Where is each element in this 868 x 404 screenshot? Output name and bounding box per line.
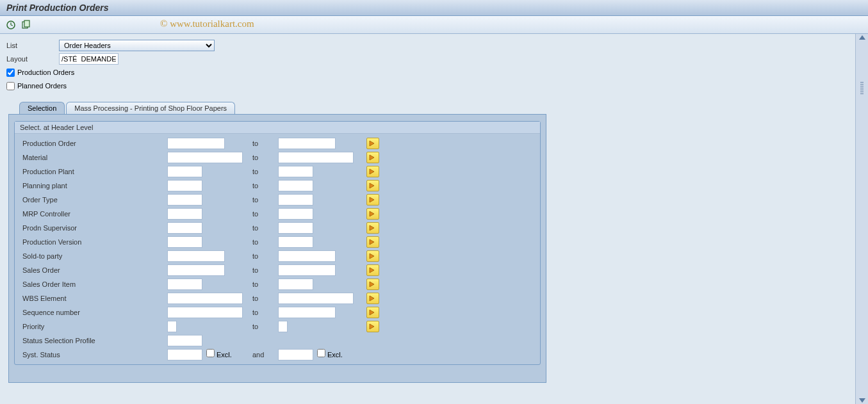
multiple-selection-button[interactable] <box>366 264 379 276</box>
svg-line-2 <box>11 25 13 26</box>
list-label: List <box>6 42 59 49</box>
svg-marker-6 <box>370 155 374 160</box>
to-input[interactable] <box>278 166 313 177</box>
svg-marker-13 <box>370 254 374 259</box>
execute-icon[interactable] <box>5 19 17 31</box>
from-input[interactable] <box>167 222 202 234</box>
from-input[interactable] <box>167 180 202 191</box>
scrollbar[interactable] <box>855 34 868 404</box>
toolbar: © www.tutorialkart.com <box>0 16 868 34</box>
sel-row: Production Orderto <box>20 136 535 150</box>
from-input[interactable] <box>167 293 243 304</box>
to-label: to <box>252 168 278 175</box>
watermark: © www.tutorialkart.com <box>160 19 254 29</box>
from-input[interactable] <box>167 152 243 163</box>
to-input[interactable] <box>278 264 336 276</box>
multiple-selection-button[interactable] <box>366 236 379 248</box>
to-input[interactable] <box>278 138 336 149</box>
svg-marker-8 <box>370 183 374 188</box>
tab-mass-processing[interactable]: Mass Processing - Printing of Shop Floor… <box>66 102 235 114</box>
multiple-selection-button[interactable] <box>366 222 379 234</box>
tab-selection[interactable]: Selection <box>19 102 65 114</box>
to-label: to <box>252 238 278 246</box>
to-input[interactable] <box>278 236 313 248</box>
svg-marker-14 <box>370 268 374 273</box>
to-input[interactable] <box>278 194 313 206</box>
svg-marker-16 <box>370 296 374 301</box>
to-label: to <box>252 140 278 147</box>
to-input[interactable] <box>278 152 354 163</box>
to-input[interactable] <box>278 208 313 220</box>
production-orders-checkbox[interactable] <box>6 69 15 77</box>
from-input[interactable] <box>167 321 177 332</box>
from-input[interactable] <box>167 166 202 177</box>
page-title: Print Production Orders <box>6 3 108 13</box>
from-input[interactable] <box>167 307 243 318</box>
excl-checkbox[interactable] <box>206 349 215 357</box>
tabstrip: Selection Mass Processing - Printing of … <box>6 102 868 114</box>
multiple-selection-button[interactable] <box>366 180 379 191</box>
multiple-selection-button[interactable] <box>366 293 379 304</box>
from-input[interactable] <box>167 236 202 248</box>
sel-row: MRP Controllerto <box>20 207 535 221</box>
multiple-selection-button[interactable] <box>366 321 379 332</box>
multiple-selection-button[interactable] <box>366 279 379 290</box>
multiple-selection-button[interactable] <box>366 208 379 220</box>
to-input[interactable] <box>278 222 313 234</box>
excl-checkbox[interactable] <box>317 349 325 357</box>
multiple-selection-button[interactable] <box>366 166 379 177</box>
sel-row: Sold-to partyto <box>20 249 535 263</box>
sel-row: Order Typeto <box>20 193 535 207</box>
field-label: Production Order <box>20 140 167 147</box>
to-label: to <box>252 295 278 302</box>
multiple-selection-button[interactable] <box>366 152 379 163</box>
field-label: Prodn Supervisor <box>20 224 167 232</box>
from-input[interactable] <box>167 194 202 206</box>
to-input[interactable] <box>278 349 313 360</box>
scroll-grip[interactable] <box>860 69 864 107</box>
list-select[interactable]: Order Headers <box>59 40 215 51</box>
layout-input[interactable] <box>59 53 119 65</box>
to-label: to <box>252 323 278 330</box>
to-label: to <box>252 309 278 316</box>
sel-row: Prodn Supervisorto <box>20 221 535 235</box>
group-header-level: Select. at Header Level Production Order… <box>14 121 541 365</box>
to-input[interactable] <box>278 180 313 191</box>
multiple-selection-button[interactable] <box>366 194 379 206</box>
multiple-selection-button[interactable] <box>366 307 379 318</box>
to-label: to <box>252 210 278 218</box>
to-input[interactable] <box>278 250 336 262</box>
svg-marker-10 <box>370 211 374 216</box>
sel-row: Priorityto <box>20 319 535 334</box>
planned-orders-checkbox[interactable] <box>6 82 15 90</box>
to-input[interactable] <box>278 321 288 332</box>
content-area: List Order Headers Layout Production Ord… <box>0 34 868 404</box>
to-input[interactable] <box>278 307 336 318</box>
to-input[interactable] <box>278 293 354 304</box>
tab-content: Select. at Header Level Production Order… <box>8 114 546 383</box>
svg-marker-9 <box>370 197 374 202</box>
field-label: Syst. Status <box>20 351 167 359</box>
from-input[interactable] <box>167 250 225 262</box>
sel-row: Sequence numberto <box>20 305 535 319</box>
sel-row: Sales Orderto <box>20 263 535 277</box>
sel-row: WBS Elementto <box>20 291 535 305</box>
scroll-down-icon[interactable] <box>859 398 865 403</box>
sel-row: Syst. StatusExcl.andExcl. <box>20 348 535 362</box>
scroll-up-icon[interactable] <box>859 35 865 40</box>
variant-icon[interactable] <box>20 19 32 31</box>
from-input[interactable] <box>167 279 202 290</box>
to-label: and <box>252 351 278 359</box>
production-orders-label: Production Orders <box>17 69 74 76</box>
from-input[interactable] <box>167 264 225 276</box>
from-input[interactable] <box>167 208 202 220</box>
from-input[interactable] <box>167 349 202 360</box>
from-input[interactable] <box>167 138 225 149</box>
to-input[interactable] <box>278 279 313 290</box>
from-input[interactable] <box>167 335 202 346</box>
multiple-selection-button[interactable] <box>366 250 379 262</box>
layout-label: Layout <box>6 55 59 63</box>
to-label: to <box>252 252 278 260</box>
multiple-selection-button[interactable] <box>366 138 379 149</box>
sel-row: Materialto <box>20 150 535 165</box>
